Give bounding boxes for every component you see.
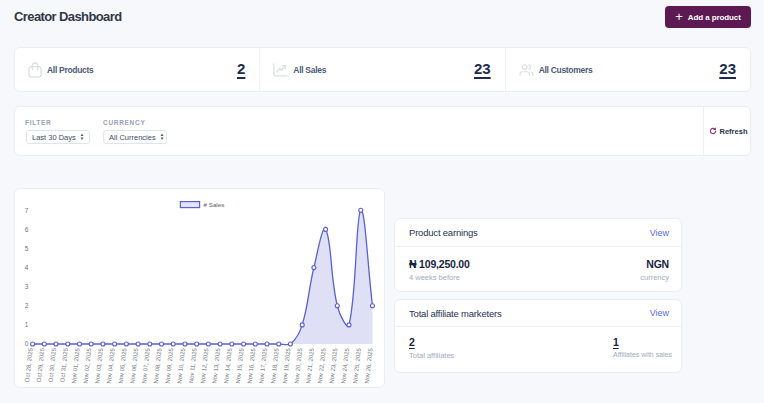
svg-text:Nov 09, 2025: Nov 09, 2025: [164, 347, 174, 384]
svg-text:Nov 10, 2025: Nov 10, 2025: [176, 347, 186, 384]
svg-text:Nov 24, 2025: Nov 24, 2025: [340, 347, 350, 384]
svg-text:Nov 21, 2025: Nov 21, 2025: [305, 347, 315, 384]
svg-text:Oct 29, 2025: Oct 29, 2025: [36, 347, 46, 382]
svg-text:6: 6: [25, 226, 29, 233]
svg-text:Nov 08, 2025: Nov 08, 2025: [153, 347, 163, 384]
svg-text:Nov 20, 2025: Nov 20, 2025: [293, 347, 303, 384]
svg-text:Oct 31, 2025: Oct 31, 2025: [59, 347, 69, 382]
svg-text:Nov 11, 2025: Nov 11, 2025: [188, 347, 198, 383]
svg-text:Nov 04, 2025: Nov 04, 2025: [106, 347, 116, 384]
svg-text:Nov 15, 2025: Nov 15, 2025: [235, 347, 245, 384]
svg-text:Oct 28, 2025: Oct 28, 2025: [24, 347, 34, 382]
svg-text:Nov 17, 2025: Nov 17, 2025: [258, 347, 268, 384]
svg-text:Nov 14, 2025: Nov 14, 2025: [223, 347, 233, 384]
svg-text:2: 2: [25, 302, 29, 309]
svg-text:Nov 02, 2025: Nov 02, 2025: [82, 347, 92, 384]
svg-text:Nov 22, 2025: Nov 22, 2025: [317, 347, 327, 384]
svg-text:Nov 12, 2025: Nov 12, 2025: [200, 347, 210, 384]
svg-text:4: 4: [25, 264, 29, 271]
svg-text:Nov 26, 2025: Nov 26, 2025: [364, 347, 374, 384]
svg-text:Nov 01, 2025: Nov 01, 2025: [71, 347, 81, 384]
svg-text:Nov 06, 2025: Nov 06, 2025: [129, 347, 139, 384]
svg-text:3: 3: [25, 283, 29, 290]
svg-text:Nov 13, 2025: Nov 13, 2025: [211, 347, 221, 384]
svg-text:Nov 05, 2025: Nov 05, 2025: [118, 347, 128, 384]
svg-text:Nov 25, 2025: Nov 25, 2025: [352, 347, 362, 384]
svg-text:Nov 19, 2025: Nov 19, 2025: [282, 347, 292, 384]
svg-text:Nov 16, 2025: Nov 16, 2025: [247, 347, 257, 384]
svg-text:# Sales: # Sales: [204, 201, 225, 208]
svg-text:0: 0: [25, 340, 29, 347]
svg-text:5: 5: [25, 245, 29, 252]
svg-text:7: 7: [25, 207, 29, 214]
svg-text:Oct 30, 2025: Oct 30, 2025: [47, 347, 57, 382]
svg-text:Nov 03, 2025: Nov 03, 2025: [94, 347, 104, 384]
svg-text:1: 1: [25, 321, 29, 328]
svg-text:Nov 07, 2025: Nov 07, 2025: [141, 347, 151, 384]
svg-text:Nov 23, 2025: Nov 23, 2025: [329, 347, 339, 384]
svg-text:Nov 18, 2025: Nov 18, 2025: [270, 347, 280, 384]
